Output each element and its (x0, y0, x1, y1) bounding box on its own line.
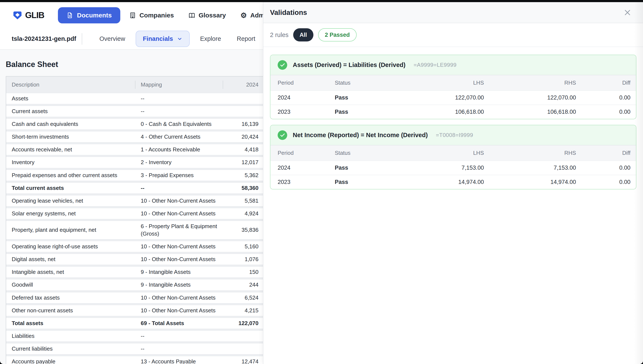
cell-rhs: 122,070.00 (484, 90, 576, 105)
cell-val: 4,924 (223, 208, 265, 219)
app-logo[interactable]: GLIB (12, 10, 44, 20)
cell-desc: Liabilities (6, 330, 135, 342)
validation-row: 2023Pass106,618.00106,618.000.00 (270, 105, 636, 119)
nav-documents-button[interactable]: Documents (58, 7, 120, 24)
nav-item-label: Companies (139, 12, 174, 19)
cell-val: 5,362 (223, 170, 265, 181)
card-table-header-row: PeriodStatusLHSRHSDiff (270, 75, 636, 90)
document-icon (66, 12, 73, 19)
cell-desc: Digital assets, net (6, 254, 135, 265)
validation-rule-title: Net Income (Reported) = Net Income (Deri… (293, 132, 428, 139)
cell-desc: Total assets (6, 318, 135, 329)
cell-val: 5,160 (223, 241, 265, 252)
cell-val: 122,070 (223, 318, 265, 329)
validation-row: 2024Pass7,153.007,153.000.00 (270, 161, 636, 175)
filter-all-button[interactable]: All (293, 28, 313, 42)
cell-desc: Other non-current assets (6, 305, 135, 316)
cell-rhs: 106,618.00 (484, 105, 576, 119)
nav-item-label: Documents (77, 12, 112, 19)
tab-explore[interactable]: Explore (192, 35, 229, 42)
cell-desc: Deferred tax assets (6, 292, 135, 304)
validation-row: 2023Pass14,974.0014,974.000.00 (270, 175, 636, 189)
cell-status: Pass (335, 161, 422, 175)
validations-filter-row: 2 rules All 2 Passed (263, 23, 643, 47)
cell-diff: 0.00 (576, 105, 636, 119)
cell-map: 10 - Other Non-Current Assets (135, 254, 223, 265)
validation-rule-formula: =A9999=LE9999 (413, 62, 457, 68)
close-button[interactable] (622, 7, 633, 18)
card-column-header: RHS (484, 145, 576, 161)
cell-desc: Current assets (6, 106, 135, 117)
cell-val (223, 106, 265, 117)
validation-rule-formula: =T0008=I9999 (436, 132, 473, 138)
cell-desc: Short-term investments (6, 131, 135, 142)
cell-period: 2024 (270, 161, 335, 175)
cell-lhs: 122,070.00 (422, 90, 484, 105)
cell-status: Pass (335, 175, 422, 189)
logo-shield-icon (12, 10, 23, 20)
cell-desc: Inventory (6, 157, 135, 168)
cell-lhs: 7,153.00 (422, 161, 484, 175)
tab-overview[interactable]: Overview (92, 35, 133, 42)
cell-desc: Operating lease right-of-use assets (6, 241, 135, 252)
screen: GLIB Documents (0, 0, 643, 364)
cell-desc: Solar energy systems, net (6, 208, 135, 219)
cell-map: 13 - Accounts Payable (135, 356, 223, 364)
cell-period: 2024 (270, 90, 335, 105)
cell-map: 10 - Other Non-Current Assets (135, 292, 223, 304)
column-header-mapping: Mapping (135, 78, 223, 92)
document-filename: tsla-20241231-gen.pdf (12, 35, 76, 42)
nav-companies-button[interactable]: Companies (124, 12, 179, 19)
divider (82, 33, 82, 45)
cell-desc: Accounts payable (6, 356, 135, 364)
cell-period: 2023 (270, 105, 335, 119)
validation-card: Assets (Derived) = Liabilities (Derived)… (270, 55, 636, 119)
cell-status: Pass (335, 105, 422, 119)
card-column-header: Status (335, 145, 422, 161)
column-header-description: Description (6, 78, 135, 92)
cell-map: 4 - Other Current Assets (135, 131, 223, 142)
cell-map: 9 - Intangible Assets (135, 279, 223, 290)
cell-val: 244 (223, 279, 265, 290)
cell-val: 35,836 (223, 221, 265, 240)
tab-report[interactable]: Report (229, 35, 263, 42)
card-column-header: LHS (422, 75, 484, 90)
cell-desc: Assets (6, 93, 135, 104)
cell-desc: Operating lease vehicles, net (6, 195, 135, 206)
cell-val (223, 330, 265, 342)
validation-row: 2024Pass122,070.00122,070.000.00 (270, 90, 636, 105)
validation-rule-title: Assets (Derived) = Liabilities (Derived) (293, 62, 405, 68)
nav-glossary-button[interactable]: Glossary (183, 12, 232, 19)
card-column-header: Period (270, 75, 335, 90)
cell-map: -- (135, 343, 223, 354)
cell-desc: Accounts receivable, net (6, 144, 135, 155)
filter-passed-button[interactable]: 2 Passed (318, 28, 357, 42)
validation-card-header: Net Income (Reported) = Net Income (Deri… (270, 125, 636, 145)
rules-count: 2 rules (270, 32, 289, 38)
card-table-header-row: PeriodStatusLHSRHSDiff (270, 145, 636, 161)
app-window: GLIB Documents (0, 2, 643, 364)
cell-desc: Current liabilities (6, 343, 135, 354)
cell-desc: Intangible assets, net (6, 266, 135, 278)
cell-map: -- (135, 93, 223, 104)
card-column-header: Diff (576, 75, 636, 90)
building-icon (129, 12, 136, 19)
cell-diff: 0.00 (576, 175, 636, 189)
chevron-down-icon (177, 36, 182, 42)
validation-card-header: Assets (Derived) = Liabilities (Derived)… (270, 55, 636, 75)
card-column-header: Period (270, 145, 335, 161)
cell-map: 1 - Accounts Receivable (135, 144, 223, 155)
cell-desc: Prepaid expenses and other current asset… (6, 170, 135, 181)
card-column-header: LHS (422, 145, 484, 161)
cell-val: 12,017 (223, 157, 265, 168)
check-circle-icon (278, 60, 287, 70)
validations-title: Validations (270, 8, 622, 16)
cell-map: -- (135, 330, 223, 342)
tab-financials[interactable]: Financials (136, 30, 190, 47)
cell-map: 2 - Inventory (135, 157, 223, 168)
cell-map: 10 - Other Non-Current Assets (135, 208, 223, 219)
cell-map: 69 - Total Assets (135, 318, 223, 329)
cell-val (223, 93, 265, 104)
cell-period: 2023 (270, 175, 335, 189)
cell-rhs: 7,153.00 (484, 161, 576, 175)
